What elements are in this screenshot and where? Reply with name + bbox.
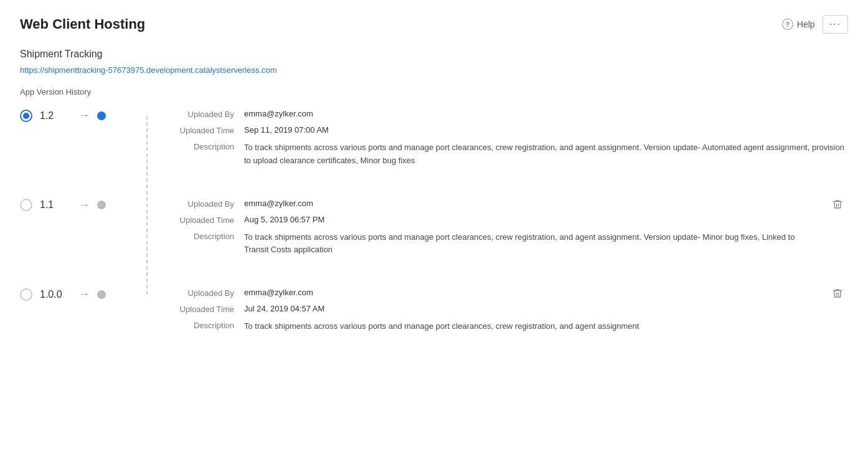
version-number: 1.0.0 <box>40 289 71 300</box>
app-url[interactable]: https://shipmenttracking-57673975.develo… <box>20 65 277 75</box>
version-left: 1.2→ <box>20 109 151 122</box>
description-value: To track shipments across various ports … <box>244 141 848 168</box>
dot-node <box>97 111 106 120</box>
description-row: DescriptionTo track shipments across var… <box>163 320 821 333</box>
version-details: Uploaded Byemma@zylker.comUploaded TimeS… <box>151 109 848 174</box>
uploaded-by-value: emma@zylker.com <box>244 199 821 208</box>
uploaded-by-label: Uploaded By <box>163 288 244 298</box>
version-row: 1.2→Uploaded Byemma@zylker.comUploaded T… <box>20 109 848 174</box>
delete-version-button[interactable] <box>827 285 848 305</box>
uploaded-time-row: Uploaded TimeSep 11, 2019 07:00 AM <box>163 125 848 135</box>
uploaded-by-label: Uploaded By <box>163 109 244 119</box>
help-icon: ? <box>782 19 793 30</box>
section-title: Shipment Tracking <box>20 49 848 60</box>
description-label: Description <box>163 231 244 241</box>
version-details: Uploaded Byemma@zylker.comUploaded TimeA… <box>151 199 821 263</box>
version-radio[interactable] <box>20 110 32 122</box>
version-details: Uploaded Byemma@zylker.comUploaded TimeJ… <box>151 288 821 339</box>
dot-node <box>97 290 106 299</box>
description-label: Description <box>163 141 244 151</box>
version-timeline-line <box>146 116 148 295</box>
arrow-icon: → <box>78 109 90 122</box>
uploaded-time-label: Uploaded Time <box>163 304 244 314</box>
uploaded-by-label: Uploaded By <box>163 199 244 209</box>
version-left: 1.1→ <box>20 199 151 212</box>
radio-inner-dot <box>23 113 29 119</box>
uploaded-by-row: Uploaded Byemma@zylker.com <box>163 109 848 119</box>
page-container: Web Client Hosting ? Help ··· Shipment T… <box>0 0 868 464</box>
version-row: 1.1→Uploaded Byemma@zylker.comUploaded T… <box>20 199 848 263</box>
uploaded-by-value: emma@zylker.com <box>244 109 848 118</box>
uploaded-time-value: Aug 5, 2019 06:57 PM <box>244 215 821 224</box>
description-value: To track shipments across various ports … <box>244 320 821 333</box>
arrow-icon: → <box>78 199 90 212</box>
uploaded-time-value: Sep 11, 2019 07:00 AM <box>244 125 848 135</box>
app-title: Web Client Hosting <box>20 16 145 32</box>
version-number: 1.1 <box>40 199 71 211</box>
uploaded-time-row: Uploaded TimeJul 24, 2019 04:57 AM <box>163 304 821 314</box>
description-row: DescriptionTo track shipments across var… <box>163 231 821 257</box>
uploaded-by-value: emma@zylker.com <box>244 288 821 297</box>
uploaded-time-label: Uploaded Time <box>163 215 244 225</box>
header-actions: ? Help ··· <box>782 15 848 34</box>
help-button[interactable]: ? Help <box>782 19 815 30</box>
history-label: App Version History <box>20 87 848 97</box>
description-row: DescriptionTo track shipments across var… <box>163 141 848 168</box>
uploaded-time-value: Jul 24, 2019 04:57 AM <box>244 304 821 313</box>
version-number: 1.2 <box>40 110 71 121</box>
uploaded-time-row: Uploaded TimeAug 5, 2019 06:57 PM <box>163 215 821 225</box>
version-row: 1.0.0→Uploaded Byemma@zylker.comUploaded… <box>20 288 848 339</box>
delete-version-button[interactable] <box>827 196 848 215</box>
help-label: Help <box>797 19 815 29</box>
version-radio[interactable] <box>20 288 32 301</box>
description-value: To track shipments across various ports … <box>244 231 821 257</box>
more-button[interactable]: ··· <box>823 15 848 34</box>
version-radio[interactable] <box>20 199 32 211</box>
uploaded-time-label: Uploaded Time <box>163 125 244 135</box>
version-left: 1.0.0→ <box>20 288 151 301</box>
dot-node <box>97 201 106 209</box>
arrow-icon: → <box>78 288 90 301</box>
uploaded-by-row: Uploaded Byemma@zylker.com <box>163 199 821 209</box>
versions-container: 1.2→Uploaded Byemma@zylker.comUploaded T… <box>20 109 848 339</box>
description-label: Description <box>163 320 244 330</box>
header: Web Client Hosting ? Help ··· <box>20 15 848 34</box>
uploaded-by-row: Uploaded Byemma@zylker.com <box>163 288 821 298</box>
